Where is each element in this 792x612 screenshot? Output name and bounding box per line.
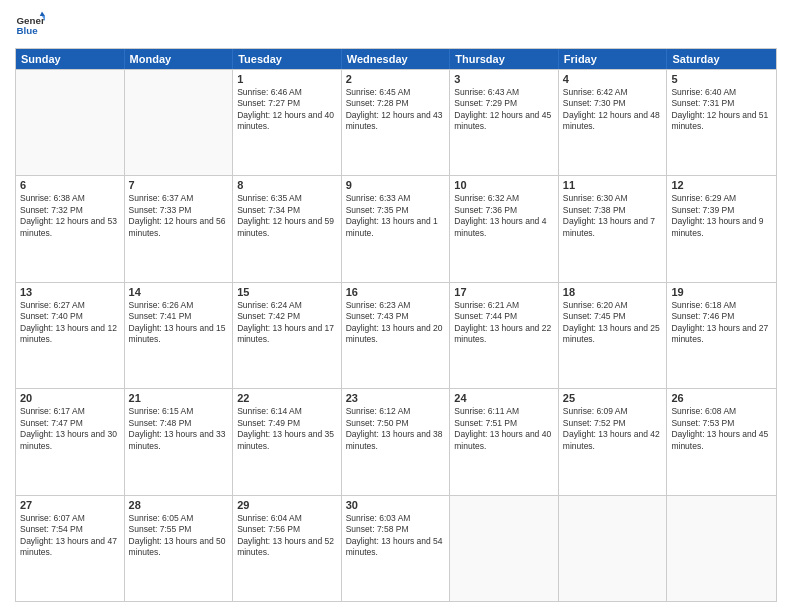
calendar-cell: 19Sunrise: 6:18 AM Sunset: 7:46 PM Dayli… (667, 283, 776, 388)
cell-info: Sunrise: 6:32 AM Sunset: 7:36 PM Dayligh… (454, 193, 554, 239)
calendar-body: 1Sunrise: 6:46 AM Sunset: 7:27 PM Daylig… (16, 69, 776, 601)
cell-day-number: 3 (454, 73, 554, 85)
calendar-header: SundayMondayTuesdayWednesdayThursdayFrid… (16, 49, 776, 69)
page: General Blue SundayMondayTuesdayWednesda… (0, 0, 792, 612)
calendar-row: 20Sunrise: 6:17 AM Sunset: 7:47 PM Dayli… (16, 388, 776, 494)
cell-day-number: 16 (346, 286, 446, 298)
calendar-row: 1Sunrise: 6:46 AM Sunset: 7:27 PM Daylig… (16, 69, 776, 175)
cell-day-number: 11 (563, 179, 663, 191)
calendar-cell: 20Sunrise: 6:17 AM Sunset: 7:47 PM Dayli… (16, 389, 125, 494)
calendar-cell: 22Sunrise: 6:14 AM Sunset: 7:49 PM Dayli… (233, 389, 342, 494)
calendar-cell: 4Sunrise: 6:42 AM Sunset: 7:30 PM Daylig… (559, 70, 668, 175)
cell-info: Sunrise: 6:04 AM Sunset: 7:56 PM Dayligh… (237, 513, 337, 559)
cell-day-number: 1 (237, 73, 337, 85)
calendar-cell: 28Sunrise: 6:05 AM Sunset: 7:55 PM Dayli… (125, 496, 234, 601)
cell-day-number: 17 (454, 286, 554, 298)
cell-info: Sunrise: 6:18 AM Sunset: 7:46 PM Dayligh… (671, 300, 772, 346)
calendar-cell: 26Sunrise: 6:08 AM Sunset: 7:53 PM Dayli… (667, 389, 776, 494)
calendar-cell: 5Sunrise: 6:40 AM Sunset: 7:31 PM Daylig… (667, 70, 776, 175)
cell-info: Sunrise: 6:29 AM Sunset: 7:39 PM Dayligh… (671, 193, 772, 239)
cell-day-number: 14 (129, 286, 229, 298)
cell-day-number: 15 (237, 286, 337, 298)
calendar-header-cell: Tuesday (233, 49, 342, 69)
svg-marker-2 (40, 12, 45, 17)
calendar-header-cell: Thursday (450, 49, 559, 69)
cell-info: Sunrise: 6:15 AM Sunset: 7:48 PM Dayligh… (129, 406, 229, 452)
cell-info: Sunrise: 6:37 AM Sunset: 7:33 PM Dayligh… (129, 193, 229, 239)
cell-day-number: 18 (563, 286, 663, 298)
cell-day-number: 7 (129, 179, 229, 191)
cell-day-number: 5 (671, 73, 772, 85)
calendar-cell: 23Sunrise: 6:12 AM Sunset: 7:50 PM Dayli… (342, 389, 451, 494)
cell-info: Sunrise: 6:27 AM Sunset: 7:40 PM Dayligh… (20, 300, 120, 346)
cell-info: Sunrise: 6:05 AM Sunset: 7:55 PM Dayligh… (129, 513, 229, 559)
calendar-cell: 15Sunrise: 6:24 AM Sunset: 7:42 PM Dayli… (233, 283, 342, 388)
calendar-cell: 16Sunrise: 6:23 AM Sunset: 7:43 PM Dayli… (342, 283, 451, 388)
cell-day-number: 9 (346, 179, 446, 191)
cell-info: Sunrise: 6:33 AM Sunset: 7:35 PM Dayligh… (346, 193, 446, 239)
svg-text:General: General (17, 15, 46, 26)
cell-day-number: 8 (237, 179, 337, 191)
logo-icon: General Blue (15, 10, 45, 40)
calendar-cell: 27Sunrise: 6:07 AM Sunset: 7:54 PM Dayli… (16, 496, 125, 601)
cell-day-number: 13 (20, 286, 120, 298)
cell-info: Sunrise: 6:46 AM Sunset: 7:27 PM Dayligh… (237, 87, 337, 133)
calendar-header-cell: Saturday (667, 49, 776, 69)
cell-day-number: 23 (346, 392, 446, 404)
cell-info: Sunrise: 6:24 AM Sunset: 7:42 PM Dayligh… (237, 300, 337, 346)
calendar-header-cell: Sunday (16, 49, 125, 69)
calendar: SundayMondayTuesdayWednesdayThursdayFrid… (15, 48, 777, 602)
cell-info: Sunrise: 6:12 AM Sunset: 7:50 PM Dayligh… (346, 406, 446, 452)
cell-info: Sunrise: 6:03 AM Sunset: 7:58 PM Dayligh… (346, 513, 446, 559)
svg-text:Blue: Blue (17, 25, 39, 36)
cell-day-number: 12 (671, 179, 772, 191)
calendar-cell: 12Sunrise: 6:29 AM Sunset: 7:39 PM Dayli… (667, 176, 776, 281)
calendar-header-cell: Monday (125, 49, 234, 69)
cell-info: Sunrise: 6:07 AM Sunset: 7:54 PM Dayligh… (20, 513, 120, 559)
cell-day-number: 22 (237, 392, 337, 404)
calendar-cell: 8Sunrise: 6:35 AM Sunset: 7:34 PM Daylig… (233, 176, 342, 281)
calendar-cell (16, 70, 125, 175)
header: General Blue (15, 10, 777, 40)
calendar-cell: 13Sunrise: 6:27 AM Sunset: 7:40 PM Dayli… (16, 283, 125, 388)
cell-day-number: 6 (20, 179, 120, 191)
calendar-row: 6Sunrise: 6:38 AM Sunset: 7:32 PM Daylig… (16, 175, 776, 281)
calendar-cell (450, 496, 559, 601)
cell-day-number: 28 (129, 499, 229, 511)
calendar-cell: 6Sunrise: 6:38 AM Sunset: 7:32 PM Daylig… (16, 176, 125, 281)
cell-info: Sunrise: 6:21 AM Sunset: 7:44 PM Dayligh… (454, 300, 554, 346)
cell-day-number: 10 (454, 179, 554, 191)
cell-info: Sunrise: 6:43 AM Sunset: 7:29 PM Dayligh… (454, 87, 554, 133)
cell-info: Sunrise: 6:26 AM Sunset: 7:41 PM Dayligh… (129, 300, 229, 346)
calendar-cell: 1Sunrise: 6:46 AM Sunset: 7:27 PM Daylig… (233, 70, 342, 175)
cell-day-number: 20 (20, 392, 120, 404)
cell-day-number: 2 (346, 73, 446, 85)
cell-day-number: 26 (671, 392, 772, 404)
cell-info: Sunrise: 6:23 AM Sunset: 7:43 PM Dayligh… (346, 300, 446, 346)
calendar-cell: 10Sunrise: 6:32 AM Sunset: 7:36 PM Dayli… (450, 176, 559, 281)
calendar-cell: 24Sunrise: 6:11 AM Sunset: 7:51 PM Dayli… (450, 389, 559, 494)
cell-info: Sunrise: 6:08 AM Sunset: 7:53 PM Dayligh… (671, 406, 772, 452)
calendar-cell: 17Sunrise: 6:21 AM Sunset: 7:44 PM Dayli… (450, 283, 559, 388)
calendar-cell: 2Sunrise: 6:45 AM Sunset: 7:28 PM Daylig… (342, 70, 451, 175)
cell-day-number: 4 (563, 73, 663, 85)
cell-info: Sunrise: 6:11 AM Sunset: 7:51 PM Dayligh… (454, 406, 554, 452)
calendar-cell: 30Sunrise: 6:03 AM Sunset: 7:58 PM Dayli… (342, 496, 451, 601)
cell-day-number: 30 (346, 499, 446, 511)
cell-day-number: 25 (563, 392, 663, 404)
calendar-cell: 29Sunrise: 6:04 AM Sunset: 7:56 PM Dayli… (233, 496, 342, 601)
calendar-cell (559, 496, 668, 601)
cell-info: Sunrise: 6:42 AM Sunset: 7:30 PM Dayligh… (563, 87, 663, 133)
cell-day-number: 21 (129, 392, 229, 404)
logo: General Blue (15, 10, 45, 40)
calendar-cell: 11Sunrise: 6:30 AM Sunset: 7:38 PM Dayli… (559, 176, 668, 281)
calendar-row: 27Sunrise: 6:07 AM Sunset: 7:54 PM Dayli… (16, 495, 776, 601)
cell-info: Sunrise: 6:40 AM Sunset: 7:31 PM Dayligh… (671, 87, 772, 133)
cell-info: Sunrise: 6:30 AM Sunset: 7:38 PM Dayligh… (563, 193, 663, 239)
calendar-cell: 18Sunrise: 6:20 AM Sunset: 7:45 PM Dayli… (559, 283, 668, 388)
cell-info: Sunrise: 6:09 AM Sunset: 7:52 PM Dayligh… (563, 406, 663, 452)
calendar-row: 13Sunrise: 6:27 AM Sunset: 7:40 PM Dayli… (16, 282, 776, 388)
cell-info: Sunrise: 6:45 AM Sunset: 7:28 PM Dayligh… (346, 87, 446, 133)
calendar-cell: 14Sunrise: 6:26 AM Sunset: 7:41 PM Dayli… (125, 283, 234, 388)
cell-info: Sunrise: 6:20 AM Sunset: 7:45 PM Dayligh… (563, 300, 663, 346)
